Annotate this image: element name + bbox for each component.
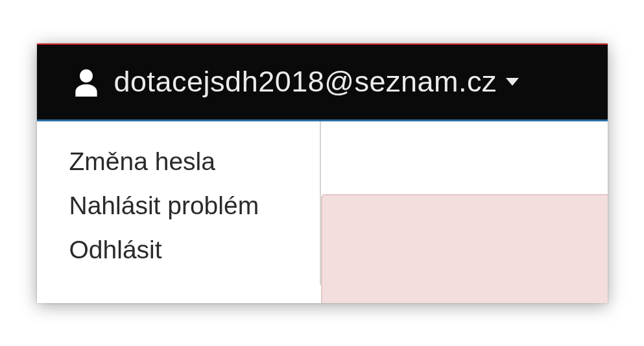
user-dropdown-menu: Změna hesla Nahlásit problém Odhlásit xyxy=(37,121,321,285)
menu-item-change-password[interactable]: Změna hesla xyxy=(37,140,320,184)
user-email-label: dotacejsdh2018@seznam.cz xyxy=(114,65,497,99)
content-top-blank xyxy=(321,121,608,194)
content-area xyxy=(321,121,608,303)
screenshot-frame: dotacejsdh2018@seznam.cz Změna hesla Nah… xyxy=(30,37,614,310)
app-panel: dotacejsdh2018@seznam.cz Změna hesla Nah… xyxy=(37,43,608,303)
user-icon xyxy=(73,67,100,97)
content-alert-panel xyxy=(321,194,608,303)
caret-down-icon xyxy=(506,78,519,86)
menu-item-logout[interactable]: Odhlásit xyxy=(37,228,320,272)
menu-item-report-problem[interactable]: Nahlásit problém xyxy=(37,184,320,228)
user-header[interactable]: dotacejsdh2018@seznam.cz xyxy=(37,43,608,121)
body-area: Změna hesla Nahlásit problém Odhlásit xyxy=(37,121,608,303)
